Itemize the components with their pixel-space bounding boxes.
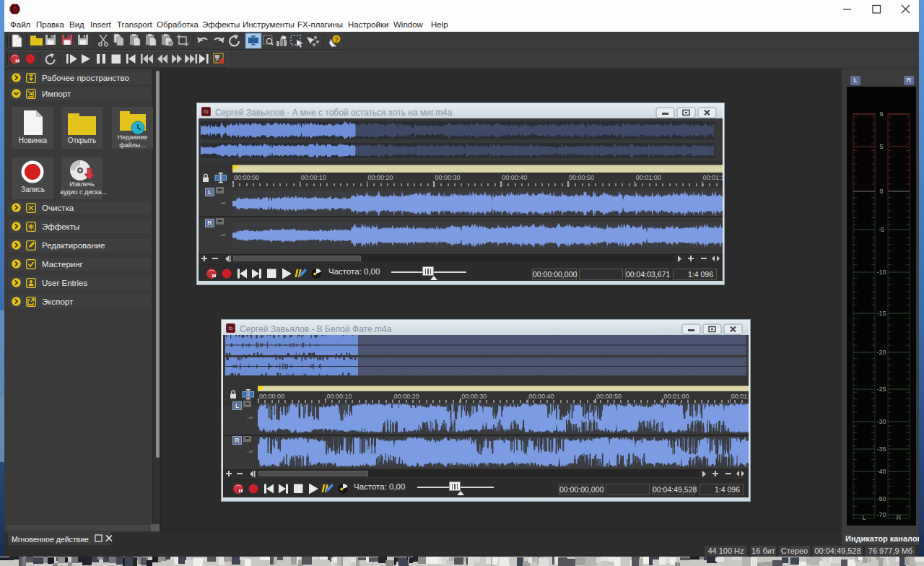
svg-text:-10: -10 [876,269,886,276]
svg-text:-15: -15 [876,310,886,317]
svg-text:S: S [12,6,17,13]
svg-text:?: ? [334,36,339,43]
svg-text:9: 9 [879,110,883,118]
svg-text:-70: -70 [876,511,886,518]
svg-text:L: L [862,514,866,521]
svg-text:5: 5 [879,143,883,150]
svg-text:-25: -25 [876,386,886,393]
svg-text:0: 0 [879,188,883,195]
svg-text:-35: -35 [876,445,886,453]
svg-text:R: R [897,514,902,521]
svg-text:-40: -40 [876,468,886,475]
svg-text:-5: -5 [879,226,884,233]
svg-text:-30: -30 [876,418,886,425]
svg-text:-50: -50 [876,495,886,502]
svg-text:-20: -20 [876,349,886,356]
